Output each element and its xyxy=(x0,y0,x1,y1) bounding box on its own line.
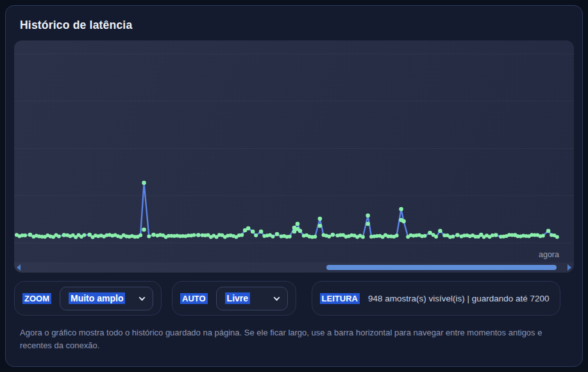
auto-control-group: AUTO Livre xyxy=(172,281,296,316)
scrollbar-track[interactable] xyxy=(22,265,566,270)
scroll-left-arrow-icon[interactable] xyxy=(17,264,21,271)
zoom-label: ZOOM xyxy=(22,293,51,304)
zoom-select[interactable]: Muito amplo xyxy=(60,287,153,310)
footer-help-text: Agora o gráfico mostra todo o histórico … xyxy=(20,326,568,352)
reading-status-group: LEITURA 948 amostra(s) visível(is) | gua… xyxy=(312,281,560,316)
latency-chart-card: agora xyxy=(14,40,574,273)
latency-history-panel: Histórico de latência agora ZOOM Muito a… xyxy=(5,5,583,367)
chart-horizontal-scrollbar[interactable] xyxy=(14,262,574,273)
scroll-right-arrow-icon[interactable] xyxy=(567,264,571,271)
zoom-control-group: ZOOM Muito amplo xyxy=(14,281,162,316)
chevron-down-icon xyxy=(273,294,280,301)
zoom-select-value: Muito amplo xyxy=(69,292,125,304)
auto-select[interactable]: Livre xyxy=(216,287,288,310)
now-label: agora xyxy=(539,250,559,259)
chevron-down-icon xyxy=(139,294,146,301)
auto-label: AUTO xyxy=(180,293,208,304)
auto-select-value: Livre xyxy=(225,292,250,304)
reading-label: LEITURA xyxy=(320,293,360,304)
panel-title: Histórico de latência xyxy=(20,19,574,32)
reading-status-text: 948 amostra(s) visível(is) | guardando a… xyxy=(368,294,550,303)
scrollbar-thumb[interactable] xyxy=(326,265,557,270)
latency-chart-svg xyxy=(14,40,574,262)
controls-row: ZOOM Muito amplo AUTO Livre LEITURA 948 … xyxy=(14,281,574,316)
